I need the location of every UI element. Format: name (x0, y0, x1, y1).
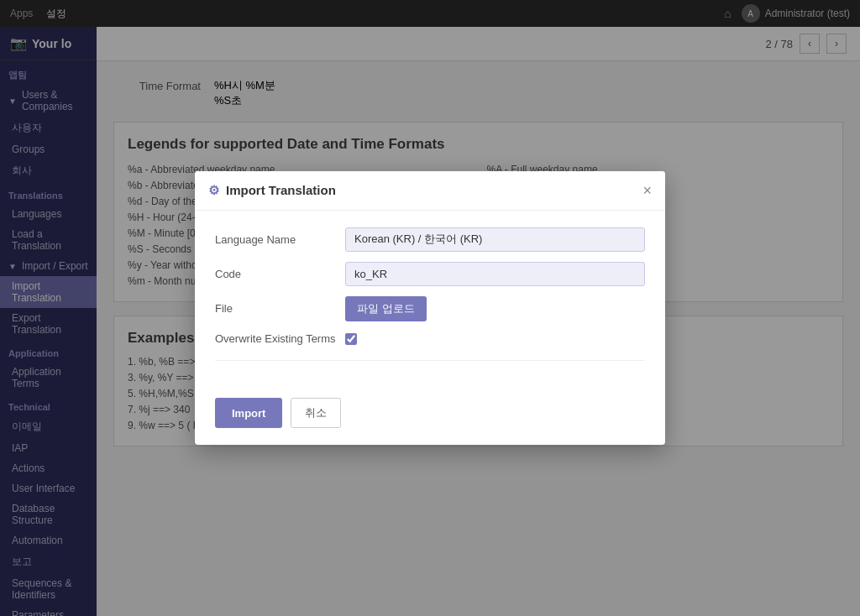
language-name-row: Language Name (215, 227, 645, 252)
language-name-input[interactable] (345, 227, 645, 252)
overwrite-row: Overwrite Existing Terms (215, 331, 645, 347)
modal-title-icon: ⚙ (208, 183, 219, 198)
modal-footer: Import 취소 (195, 391, 665, 445)
modal-title: ⚙ Import Translation (208, 183, 336, 198)
code-input[interactable] (345, 262, 645, 286)
language-name-label: Language Name (215, 233, 345, 246)
overwrite-checkbox[interactable] (345, 333, 357, 345)
overwrite-label: Overwrite Existing Terms (215, 331, 345, 347)
modal-overlay: ⚙ Import Translation × Language Name Cod… (0, 0, 860, 616)
cancel-button[interactable]: 취소 (291, 398, 341, 428)
modal-header: ⚙ Import Translation × (195, 171, 665, 211)
modal-body: Language Name Code File 파일 업로드 Overwrite… (195, 211, 665, 391)
modal-close-button[interactable]: × (642, 183, 652, 198)
modal-title-text: Import Translation (226, 183, 336, 197)
code-row: Code (215, 262, 645, 286)
import-button[interactable]: Import (215, 398, 282, 428)
file-label: File (215, 302, 345, 315)
import-translation-modal: ⚙ Import Translation × Language Name Cod… (195, 171, 665, 445)
modal-divider (215, 360, 645, 361)
code-label: Code (215, 268, 345, 280)
file-row: File 파일 업로드 (215, 296, 645, 321)
file-upload-button[interactable]: 파일 업로드 (345, 296, 427, 321)
